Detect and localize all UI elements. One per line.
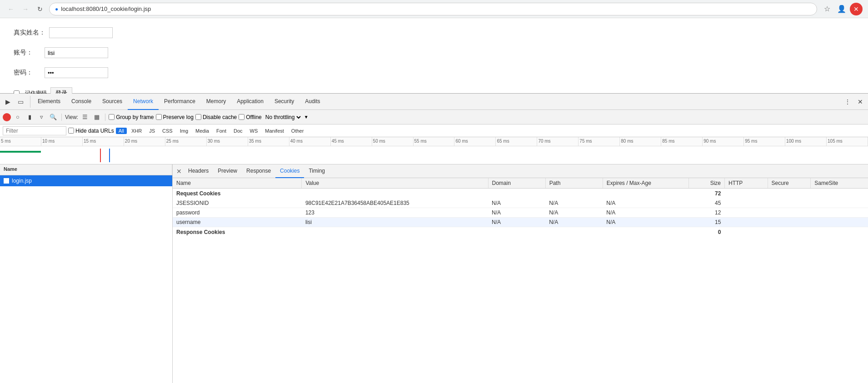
cookies-tbody: Request Cookies 72 JSESSIONID 98C91E42E2…	[173, 189, 868, 238]
tab-preview[interactable]: Preview	[213, 164, 242, 178]
close-button[interactable]: ✕	[850, 3, 863, 15]
hide-data-urls-label: Hide data URLs	[75, 128, 114, 134]
address-bar[interactable]: ● localhost:8080/10_cookie/login.jsp	[49, 3, 817, 15]
account-input[interactable]	[45, 47, 108, 58]
search-button[interactable]: 🔍	[48, 112, 58, 122]
tab-memory[interactable]: Memory	[201, 94, 231, 110]
tab-console[interactable]: Console	[66, 94, 97, 110]
filter-type-css[interactable]: CSS	[160, 128, 175, 134]
close-devtools-button[interactable]: ✕	[854, 96, 866, 108]
password-input[interactable]	[45, 67, 108, 78]
response-cookies-spacer	[724, 227, 868, 238]
disable-cache-checkbox[interactable]	[195, 114, 201, 120]
select-element-button[interactable]: ▶	[2, 96, 14, 108]
tick-5ms: 5 ms	[0, 137, 41, 146]
tab-response[interactable]: Response	[242, 164, 275, 178]
tab-cookies[interactable]: Cookies	[275, 164, 304, 178]
timeline-ruler: 5 ms 10 ms 15 ms 20 ms 25 ms 30 ms 35 ms…	[0, 137, 868, 146]
refresh-button[interactable]: ↻	[35, 4, 45, 15]
throttle-select[interactable]: No throttling	[264, 113, 302, 122]
filter-type-other[interactable]: Other	[289, 128, 307, 134]
timeline-bar-green	[0, 151, 41, 153]
separator-2	[105, 114, 105, 121]
device-toggle-button[interactable]: ▭	[15, 96, 26, 108]
waterfall-view-button[interactable]: ▦	[92, 112, 102, 122]
col-header-size: Size	[689, 178, 725, 189]
cookie-value-0: 98C91E42E21A7B36458ABE405AE1E835	[302, 199, 488, 208]
tab-audits[interactable]: Audits	[299, 94, 325, 110]
tick-85ms: 85 ms	[661, 137, 703, 146]
filter-type-all[interactable]: All	[116, 128, 127, 134]
tick-105ms: 105 ms	[827, 137, 868, 146]
cookie-name-1: password	[173, 208, 302, 218]
forward-button[interactable]: →	[20, 4, 31, 15]
tick-75ms: 75 ms	[579, 137, 620, 146]
tick-40ms: 40 ms	[289, 137, 331, 146]
record-button[interactable]	[3, 113, 11, 121]
cookies-table: Name Value Domain Path Expires / Max-Age…	[173, 178, 868, 383]
filter-type-xhr[interactable]: XHR	[129, 128, 145, 134]
lock-icon: ●	[55, 6, 58, 12]
name-column-header: Name	[0, 164, 172, 175]
profile-button[interactable]: 👤	[835, 3, 848, 15]
tab-headers[interactable]: Headers	[184, 164, 213, 178]
cookie-http-0	[724, 199, 768, 208]
cookie-path-0: N/A	[545, 199, 603, 208]
cookie-expires-0: N/A	[603, 199, 688, 208]
col-header-http: HTTP	[724, 178, 768, 189]
offline-group: Offline	[239, 114, 261, 120]
col-header-secure: Secure	[768, 178, 811, 189]
tab-performance[interactable]: Performance	[159, 94, 201, 110]
clear-button[interactable]: ○	[13, 112, 23, 122]
realname-input[interactable]	[49, 27, 113, 38]
tab-network[interactable]: Network	[128, 94, 159, 110]
cookies-data-table: Name Value Domain Path Expires / Max-Age…	[173, 178, 868, 237]
group-by-frame-checkbox[interactable]	[109, 114, 115, 120]
hide-data-urls-checkbox[interactable]	[68, 128, 74, 134]
request-list-header: Name	[0, 164, 172, 175]
network-main: Name login.jsp ✕ Headers Preview Respons…	[0, 164, 868, 383]
request-cookies-label: Request Cookies	[173, 189, 689, 199]
tab-application[interactable]: Application	[231, 94, 269, 110]
more-options-button[interactable]: ⋮	[842, 96, 853, 108]
col-header-expires: Expires / Max-Age	[603, 178, 688, 189]
tab-sources[interactable]: Sources	[97, 94, 128, 110]
preserve-log-checkbox[interactable]	[156, 114, 162, 120]
tick-15ms: 15 ms	[83, 137, 124, 146]
cookie-domain-1: N/A	[488, 208, 545, 218]
filter-button[interactable]: ▿	[36, 112, 46, 122]
timeline-bar: 5 ms 10 ms 15 ms 20 ms 25 ms 30 ms 35 ms…	[0, 137, 868, 164]
view-label: View:	[65, 114, 78, 120]
request-list: Name login.jsp	[0, 164, 173, 383]
cookie-http-1	[724, 208, 768, 218]
table-row: password 123 N/A N/A N/A 12	[173, 208, 868, 218]
filter-type-ws[interactable]: WS	[247, 128, 261, 134]
cookie-expires-1: N/A	[603, 208, 688, 218]
list-item[interactable]: login.jsp	[0, 175, 172, 186]
disable-cache-group: Disable cache	[195, 114, 237, 120]
cookie-expires-2: N/A	[603, 218, 688, 227]
filter-type-media[interactable]: Media	[193, 128, 212, 134]
tick-45ms: 45 ms	[331, 137, 372, 146]
details-panel: ✕ Headers Preview Response Cookies Timin…	[173, 164, 868, 383]
filter-type-font[interactable]: Font	[214, 128, 229, 134]
browser-chrome: ← → ↻ ● localhost:8080/10_cookie/login.j…	[0, 0, 868, 18]
back-button[interactable]: ←	[5, 4, 16, 15]
camera-button[interactable]: ▮	[25, 112, 35, 122]
tab-elements[interactable]: Elements	[32, 94, 66, 110]
bookmark-button[interactable]: ☆	[821, 3, 833, 15]
tab-security[interactable]: Security	[269, 94, 299, 110]
filter-type-doc[interactable]: Doc	[231, 128, 245, 134]
details-close-button[interactable]: ✕	[175, 167, 184, 176]
filter-type-js[interactable]: JS	[146, 128, 158, 134]
network-toolbar: ○ ▮ ▿ 🔍 View: ☰ ▦ Group by frame Preserv…	[0, 110, 868, 124]
list-view-button[interactable]: ☰	[80, 112, 90, 122]
browser-icons: ☆ 👤 ✕	[821, 3, 863, 15]
filter-type-manifest[interactable]: Manifest	[262, 128, 287, 134]
offline-checkbox[interactable]	[239, 114, 244, 120]
response-cookies-section: Response Cookies 0	[173, 227, 868, 238]
col-header-name: Name	[173, 178, 302, 189]
tab-timing[interactable]: Timing	[304, 164, 329, 178]
filter-type-img[interactable]: Img	[177, 128, 191, 134]
filter-input[interactable]	[3, 126, 66, 135]
